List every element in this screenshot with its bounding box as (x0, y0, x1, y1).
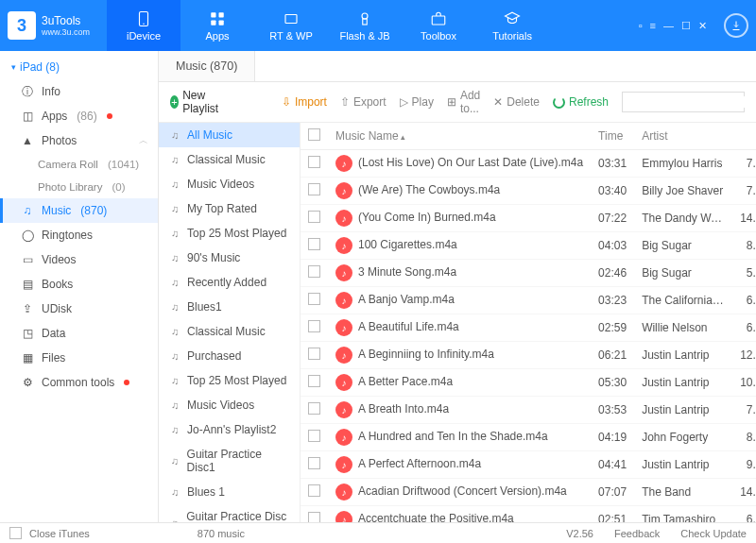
minimize-icon[interactable]: — (663, 20, 674, 31)
row-checkbox[interactable] (308, 512, 320, 522)
playlist-item[interactable]: ♫Guitar Practice Disc 3 (159, 504, 300, 522)
row-checkbox[interactable] (308, 265, 320, 278)
footer-count: 870 music (198, 528, 245, 539)
row-checkbox[interactable] (308, 211, 320, 223)
nav-tab-rt-wp[interactable]: RT & WP (254, 0, 328, 51)
playlist-label: Guitar Practice Disc1 (187, 448, 290, 474)
playlist-item[interactable]: ♫Top 25 Most Played (159, 368, 300, 393)
table-row[interactable]: ♪A Beginniing to Infinity.m4a06:21Justin… (301, 342, 756, 369)
search-input[interactable] (628, 96, 756, 108)
playlist-item[interactable]: ♫Jo-Ann's Playlist2 (159, 417, 300, 442)
sidebar-item-files[interactable]: ▦Files (0, 346, 158, 370)
sidebar-item-videos[interactable]: ▭Videos (0, 247, 158, 272)
cell-artist: Tim Tamashiro (634, 506, 732, 523)
nav-tab-tutorials[interactable]: Tutorials (475, 0, 549, 51)
music-file-icon: ♪ (335, 347, 352, 364)
sidebar-item-books[interactable]: ▤Books (0, 272, 158, 297)
sidebar-item-udisk[interactable]: ⇪UDisk (0, 297, 158, 321)
delete-button[interactable]: ✕ Delete (493, 95, 540, 109)
menu-icon[interactable]: ≡ (650, 20, 656, 31)
new-playlist-button[interactable]: + New Playlist (170, 89, 223, 115)
row-checkbox[interactable] (308, 375, 320, 387)
playlist-item[interactable]: ♫Music Videos (159, 393, 300, 417)
sidebar-item-ringtones[interactable]: ◯Ringtones (0, 223, 158, 247)
music-table-wrap[interactable]: Music Name Time Artist Size ♪(Lost His L… (301, 123, 756, 522)
close-icon[interactable]: ✕ (698, 20, 707, 32)
nav-tab-apps[interactable]: Apps (180, 0, 254, 51)
col-time[interactable]: Time (591, 123, 634, 150)
playlist-item[interactable]: ♫Purchased (159, 344, 300, 368)
add-to-button[interactable]: ⊞ Add to... (447, 89, 480, 115)
col-artist[interactable]: Artist (634, 123, 732, 150)
export-button[interactable]: ⇧ Export (340, 95, 387, 109)
playlist-item[interactable]: ♫Blues 1 (159, 480, 300, 504)
nav-tab-idevice[interactable]: iDevice (107, 0, 180, 51)
row-checkbox[interactable] (308, 457, 320, 469)
playlist-item[interactable]: ♫90's Music (159, 246, 300, 270)
sidebar-item-data[interactable]: ◳Data (0, 321, 158, 346)
row-checkbox[interactable] (308, 484, 320, 497)
row-checkbox[interactable] (308, 320, 320, 332)
playlist-item[interactable]: ♫Guitar Practice Disc1 (159, 442, 300, 480)
playlist-item[interactable]: ♫Top 25 Most Played (159, 221, 300, 246)
sidebar-item-photo-library[interactable]: Photo Library(0) (0, 176, 158, 198)
table-row[interactable]: ♪A Beautiful Life.m4a02:59Willie Nelson6… (301, 314, 756, 342)
nav-tab-toolbox[interactable]: Toolbox (402, 0, 475, 51)
row-checkbox[interactable] (308, 430, 320, 442)
row-checkbox[interactable] (308, 183, 320, 195)
sidebar-item-apps[interactable]: ◫Apps(86) (0, 104, 158, 128)
maximize-icon[interactable]: ☐ (681, 20, 691, 32)
search-box[interactable] (622, 92, 745, 112)
playlist-item[interactable]: ♫All Music (159, 123, 300, 147)
playlist-label: Jo-Ann's Playlist2 (187, 423, 276, 436)
playlist-item[interactable]: ♫Blues1 (159, 295, 300, 319)
table-row[interactable]: ♪(Lost His Love) On Our Last Date (Live)… (301, 150, 756, 178)
sidebar-item-info[interactable]: ⓘInfo (0, 79, 158, 104)
play-button[interactable]: ▷ Play (400, 95, 434, 109)
table-row[interactable]: ♪A Hundred and Ten In the Shade.m4a04:19… (301, 424, 756, 451)
select-all-checkbox[interactable] (308, 128, 320, 141)
import-button[interactable]: ⇩ Import (282, 95, 327, 109)
cell-time: 02:59 (591, 314, 634, 342)
refresh-button[interactable]: Refresh (553, 95, 609, 109)
sidebar-item-camera-roll[interactable]: Camera Roll(1041) (0, 153, 158, 176)
playlist-item[interactable]: ♫Classical Music (159, 147, 300, 172)
table-row[interactable]: ♪Acadian Driftwood (Concert Version).m4a… (301, 479, 756, 506)
table-row[interactable]: ♪Accentchuate the Positive.m4a02:51Tim T… (301, 506, 756, 523)
table-row[interactable]: ♪A Breath Into.m4a03:53Justin Lantrip7.8… (301, 397, 756, 424)
table-row[interactable]: ♪(You Come In) Burned.m4a07:22The Dandy … (301, 205, 756, 232)
table-row[interactable]: ♪A Better Pace.m4a05:30Justin Lantrip10.… (301, 369, 756, 397)
add-to-label: Add to... (460, 89, 480, 115)
playlist-item[interactable]: ♫Recently Added (159, 270, 300, 295)
playlist-item[interactable]: ♫My Top Rated (159, 196, 300, 221)
sidebar-item-common-tools[interactable]: ⚙Common tools (0, 370, 158, 395)
row-checkbox[interactable] (308, 293, 320, 305)
table-row[interactable]: ♪(We Are) The Cowboys.m4a03:40Billy Joe … (301, 178, 756, 205)
col-size[interactable]: Size (732, 123, 756, 150)
table-row[interactable]: ♪100 Cigarettes.m4a04:03Big Sugar8.22 MB (301, 232, 756, 260)
download-button[interactable] (724, 13, 748, 38)
col-name[interactable]: Music Name (328, 123, 591, 150)
table-row[interactable]: ♪3 Minute Song.m4a02:46Big Sugar5.94 MB (301, 260, 756, 287)
svg-point-1 (143, 23, 145, 25)
playlist-item[interactable]: ♫Music Videos (159, 172, 300, 196)
device-header[interactable]: iPad (8) (0, 57, 158, 79)
row-checkbox[interactable] (308, 156, 320, 168)
check-update-link[interactable]: Check Update (680, 528, 747, 539)
sidebar-item-music[interactable]: ♫Music(870) (0, 198, 158, 223)
feedback-link[interactable]: Feedback (614, 528, 660, 539)
row-checkbox[interactable] (308, 348, 320, 360)
row-checkbox[interactable] (308, 238, 320, 250)
gift-icon[interactable]: ▫ (639, 20, 643, 31)
table-row[interactable]: ♪A Banjo Vamp.m4a03:23The California ...… (301, 287, 756, 314)
playlist-item[interactable]: ♫Classical Music (159, 319, 300, 344)
cell-artist: John Fogerty (634, 424, 732, 451)
row-checkbox[interactable] (308, 402, 320, 415)
sidebar-item-photos[interactable]: ▲Photos︿ (0, 128, 158, 153)
close-itunes-checkbox[interactable] (9, 527, 22, 539)
playlist-icon: ♫ (168, 349, 181, 363)
nav-tab-flash-jb[interactable]: Flash & JB (328, 0, 402, 51)
cell-name: ♪A Better Pace.m4a (328, 369, 591, 397)
tab-music[interactable]: Music (870) (159, 51, 255, 81)
table-row[interactable]: ♪A Perfect Afternoon.m4a04:41Justin Lant… (301, 451, 756, 479)
